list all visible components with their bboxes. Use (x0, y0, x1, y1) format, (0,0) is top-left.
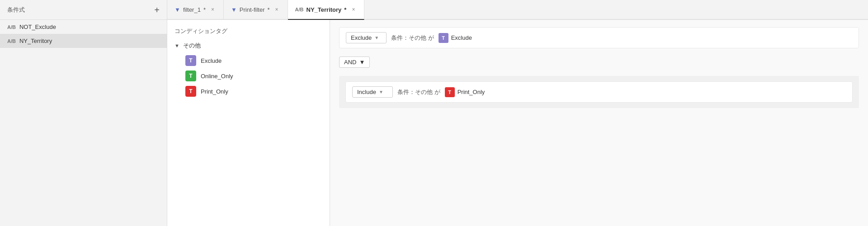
and-connector-row: AND ▼ (339, 54, 859, 71)
rule2-operator-dropdown[interactable]: Include ▼ (352, 86, 393, 98)
chevron-down-icon-rule1: ▼ (374, 35, 379, 40)
tag-item-exclude: T Exclude (185, 55, 322, 66)
filter-icon-1: ▼ (175, 6, 180, 13)
sidebar-header: 条件式 + (0, 0, 167, 20)
and-operator-dropdown[interactable]: AND ▼ (339, 56, 370, 68)
rule2-tag-inline: T Print_Only (445, 87, 485, 97)
tag-item-online-only: T Online_Only (185, 71, 322, 81)
ab-badge-ny-territory: A/B (7, 38, 16, 44)
condition-panel-label: コンディションタグ (175, 27, 322, 35)
rule-row-1: Exclude ▼ 条件：その他 が T Exclude (339, 27, 859, 48)
chevron-down-icon: ▼ (175, 43, 179, 48)
tab-ab-badge: A/B (295, 7, 304, 12)
sidebar-item-label-not-exclude: NOT_Exclude (19, 24, 56, 30)
rule1-tag-inline: T Exclude (439, 33, 472, 43)
tab-modified-print-filter: * (267, 6, 269, 13)
sidebar: 条件式 + A/B NOT_Exclude A/B NY_Territory (0, 0, 167, 226)
tag-badge-print-only: T (185, 86, 196, 97)
tag-badge-online-only: T (185, 71, 196, 81)
tag-label-print-only: Print_Only (201, 88, 228, 95)
rule-row-2: Include ▼ 条件：その他 が T Print_Only (345, 81, 853, 103)
tag-label-exclude: Exclude (201, 57, 222, 64)
tab-filter1[interactable]: ▼ filter_1 * × (167, 0, 224, 19)
tag-badge-exclude: T (185, 55, 196, 66)
tab-label-print-filter: Print-filter (240, 6, 265, 13)
sidebar-item-label-ny-territory: NY_Territory (19, 38, 52, 44)
ab-badge-not-exclude: A/B (7, 24, 16, 30)
rule1-condition-text: 条件：その他 が (391, 34, 434, 42)
condition-group-header[interactable]: ▼ その他 (175, 42, 322, 50)
chevron-down-icon-and: ▼ (359, 59, 365, 66)
rule1-tag-badge: T (439, 33, 448, 43)
filter-icon-2: ▼ (231, 6, 237, 13)
tab-label-filter1: filter_1 (183, 6, 201, 13)
rule2-operator-value: Include (357, 89, 376, 95)
rule2-tag-badge: T (445, 87, 455, 97)
sidebar-item-not-exclude[interactable]: A/B NOT_Exclude (0, 20, 167, 34)
rule-block-wrapper: Include ▼ 条件：その他 が T Print_Only (339, 76, 859, 108)
tab-close-print-filter[interactable]: × (274, 5, 280, 14)
tab-ny-territory[interactable]: A/B NY_Territory * × (288, 0, 365, 20)
tag-list: T Exclude T Online_Only T Print_Only (185, 55, 322, 97)
tab-close-ny-territory[interactable]: × (350, 5, 357, 14)
rule2-condition-text: 条件：その他 が (397, 88, 440, 96)
condition-panel: コンディションタグ ▼ その他 T Exclude T Online_Only … (167, 20, 330, 226)
tab-print-filter[interactable]: ▼ Print-filter * × (224, 0, 288, 19)
sidebar-item-ny-territory[interactable]: A/B NY_Territory (0, 34, 167, 48)
rule1-operator-dropdown[interactable]: Exclude ▼ (346, 32, 387, 43)
and-operator-value: AND (344, 59, 356, 66)
tag-item-print-only: T Print_Only (185, 86, 322, 97)
condition-group-name: その他 (183, 42, 201, 50)
tag-label-online-only: Online_Only (201, 73, 233, 80)
content-area: コンディションタグ ▼ その他 T Exclude T Online_Only … (167, 20, 868, 226)
sidebar-add-button[interactable]: + (154, 5, 160, 14)
rule1-tag-name: Exclude (451, 34, 472, 41)
tab-modified-ny-territory: * (344, 6, 346, 13)
tab-bar: ▼ filter_1 * × ▼ Print-filter * × A/B NY… (167, 0, 868, 20)
rule2-tag-name: Print_Only (458, 89, 485, 95)
rules-panel: Exclude ▼ 条件：その他 が T Exclude AND ▼ (330, 20, 868, 226)
chevron-down-icon-rule2: ▼ (379, 89, 383, 94)
tab-modified-filter1: * (203, 6, 206, 13)
tab-label-ny-territory: NY_Territory (307, 6, 342, 13)
sidebar-title: 条件式 (7, 6, 25, 14)
tab-close-filter1[interactable]: × (209, 5, 216, 14)
rule1-operator-value: Exclude (351, 34, 372, 41)
main-area: ▼ filter_1 * × ▼ Print-filter * × A/B NY… (167, 0, 868, 226)
